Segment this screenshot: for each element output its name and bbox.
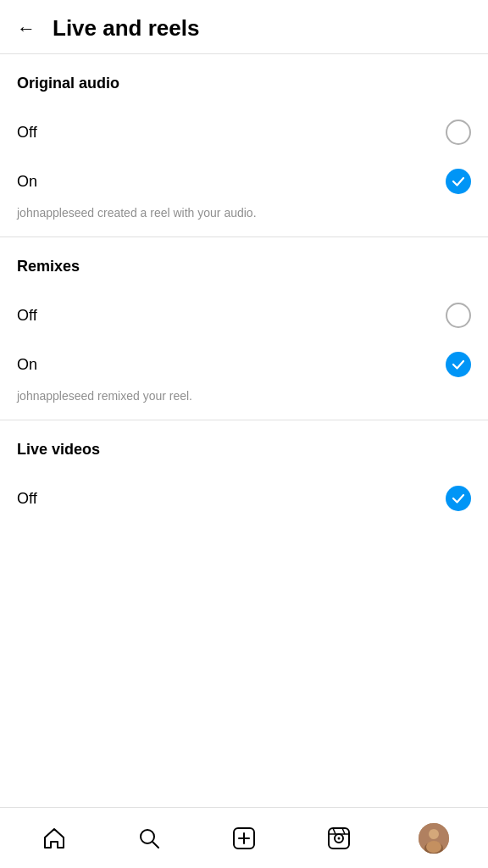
- nav-item-search[interactable]: [127, 816, 171, 860]
- section-title-remixes: Remixes: [17, 258, 471, 275]
- page-title: Live and reels: [53, 15, 199, 42]
- option-remixes-off[interactable]: Off: [17, 291, 471, 340]
- option-label-remixes-off: Off: [17, 307, 37, 325]
- section-title-live-videos: Live videos: [17, 441, 471, 459]
- bottom-nav: [0, 807, 488, 868]
- reels-icon: [327, 826, 351, 850]
- section-live-videos: Live videos Off: [0, 420, 488, 523]
- content-area: Original audio Off On johnappleseed crea…: [0, 54, 488, 807]
- svg-point-7: [338, 837, 341, 839]
- svg-point-0: [141, 830, 154, 843]
- nav-item-reels[interactable]: [317, 816, 361, 860]
- nav-item-profile[interactable]: [412, 816, 456, 860]
- section-title-original-audio: Original audio: [17, 75, 471, 92]
- back-button[interactable]: ←: [14, 16, 39, 42]
- option-live-videos-off[interactable]: Off: [17, 474, 471, 523]
- option-original-audio-on[interactable]: On: [17, 157, 471, 206]
- option-label-live-videos-off: Off: [17, 490, 37, 508]
- option-label-on: On: [17, 173, 37, 191]
- nav-item-home[interactable]: [32, 816, 76, 860]
- radio-unselected-remixes[interactable]: [446, 303, 471, 328]
- section-original-audio: Original audio Off On johnappleseed crea…: [0, 54, 488, 236]
- header: ← Live and reels: [0, 0, 488, 54]
- description-remixes: johnappleseed remixed your reel.: [17, 389, 471, 420]
- svg-point-12: [429, 829, 439, 839]
- radio-unselected[interactable]: [446, 120, 471, 145]
- option-label-remixes-on: On: [17, 356, 37, 374]
- search-icon: [137, 826, 161, 850]
- option-label-off: Off: [17, 124, 37, 142]
- avatar-icon: [419, 823, 449, 854]
- home-icon: [42, 826, 66, 850]
- svg-line-1: [153, 842, 159, 848]
- svg-line-10: [342, 828, 345, 834]
- option-original-audio-off[interactable]: Off: [17, 108, 471, 157]
- svg-point-14: [426, 841, 441, 853]
- radio-selected-live-videos[interactable]: [446, 486, 471, 511]
- nav-item-create[interactable]: [222, 816, 266, 860]
- radio-selected-remixes[interactable]: [446, 352, 471, 377]
- section-remixes: Remixes Off On johnappleseed remixed you…: [0, 237, 488, 420]
- create-icon: [232, 826, 256, 850]
- option-remixes-on[interactable]: On: [17, 340, 471, 389]
- description-original-audio: johnappleseed created a reel with your a…: [17, 206, 471, 236]
- radio-selected[interactable]: [446, 169, 471, 194]
- svg-line-9: [333, 828, 336, 834]
